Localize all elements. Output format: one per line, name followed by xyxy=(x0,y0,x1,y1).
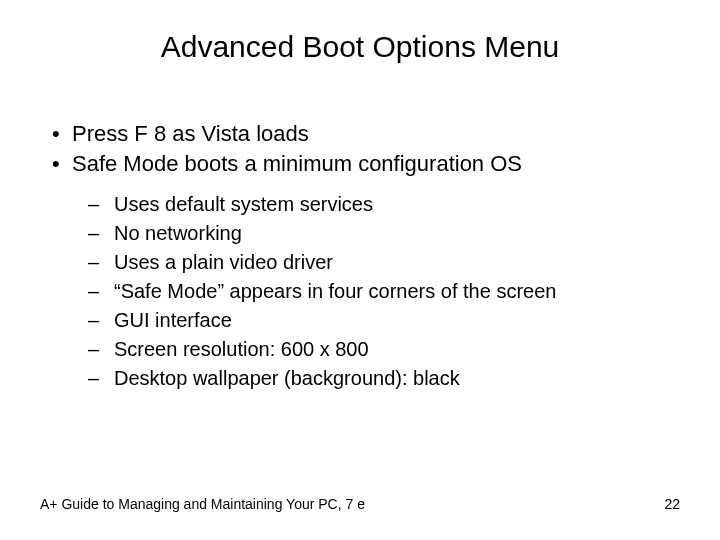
list-item: – GUI interface xyxy=(88,306,680,335)
slide: Advanced Boot Options Menu • Press F 8 a… xyxy=(0,0,720,540)
list-item: – Screen resolution: 600 x 800 xyxy=(88,335,680,364)
sub-bullet-text: Screen resolution: 600 x 800 xyxy=(114,335,680,364)
sub-bullet-text: Desktop wallpaper (background): black xyxy=(114,364,680,393)
dash-marker-icon: – xyxy=(88,306,114,335)
bullet-marker-icon: • xyxy=(48,149,72,179)
dash-marker-icon: – xyxy=(88,219,114,248)
bullet-list: • Press F 8 as Vista loads • Safe Mode b… xyxy=(40,119,680,178)
bullet-text: Safe Mode boots a minimum configuration … xyxy=(72,149,680,179)
list-item: – Uses a plain video driver xyxy=(88,248,680,277)
page-number: 22 xyxy=(664,496,680,512)
sub-bullet-text: Uses default system services xyxy=(114,190,680,219)
dash-marker-icon: – xyxy=(88,277,114,306)
sub-bullet-list: – Uses default system services – No netw… xyxy=(40,190,680,393)
list-item: • Safe Mode boots a minimum configuratio… xyxy=(48,149,680,179)
slide-title: Advanced Boot Options Menu xyxy=(40,30,680,64)
dash-marker-icon: – xyxy=(88,190,114,219)
list-item: – Uses default system services xyxy=(88,190,680,219)
sub-bullet-text: No networking xyxy=(114,219,680,248)
list-item: – Desktop wallpaper (background): black xyxy=(88,364,680,393)
footer: A+ Guide to Managing and Maintaining You… xyxy=(40,496,680,512)
bullet-marker-icon: • xyxy=(48,119,72,149)
dash-marker-icon: – xyxy=(88,335,114,364)
bullet-text: Press F 8 as Vista loads xyxy=(72,119,680,149)
list-item: • Press F 8 as Vista loads xyxy=(48,119,680,149)
sub-bullet-text: GUI interface xyxy=(114,306,680,335)
sub-bullet-text: Uses a plain video driver xyxy=(114,248,680,277)
dash-marker-icon: – xyxy=(88,364,114,393)
list-item: – No networking xyxy=(88,219,680,248)
list-item: – “Safe Mode” appears in four corners of… xyxy=(88,277,680,306)
dash-marker-icon: – xyxy=(88,248,114,277)
footer-left: A+ Guide to Managing and Maintaining You… xyxy=(40,496,365,512)
sub-bullet-text: “Safe Mode” appears in four corners of t… xyxy=(114,277,680,306)
